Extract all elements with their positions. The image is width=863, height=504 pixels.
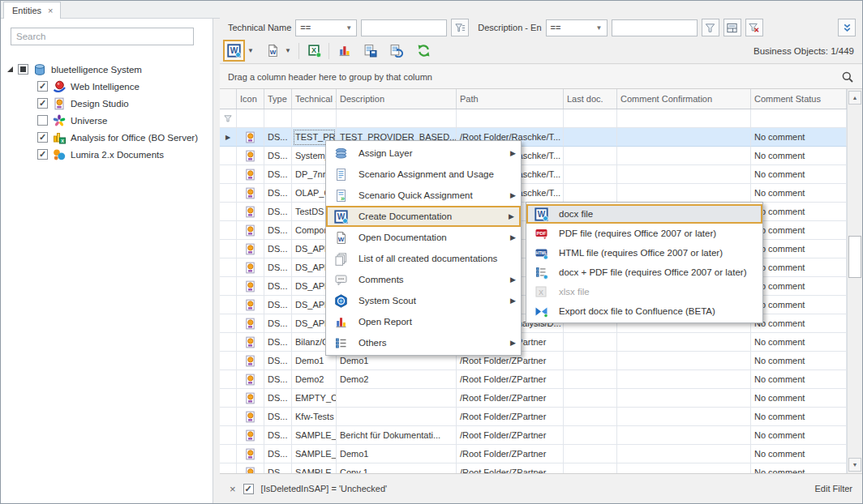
cell-last-doc[interactable]	[564, 147, 617, 165]
cell-type[interactable]: DS...	[264, 426, 292, 445]
design-studio-file-icon[interactable]	[237, 296, 264, 314]
tree-checkbox[interactable]: ✓	[37, 98, 48, 109]
cell-comment-status[interactable]: No comment	[751, 184, 847, 203]
scroll-down-icon[interactable]: ▼	[848, 458, 861, 472]
autofilter-cell[interactable]	[617, 109, 751, 128]
row-indicator-cell[interactable]	[220, 445, 237, 463]
cell-type[interactable]: DS...	[264, 184, 292, 203]
cell-last-doc[interactable]	[564, 184, 617, 203]
vertical-scrollbar[interactable]: ▲ ▼	[847, 89, 862, 473]
cell-path[interactable]: /Root Folder/ZPartner	[457, 370, 564, 389]
group-by-drop-zone[interactable]: Drag a column header here to group by th…	[220, 65, 862, 89]
cell-comment-status[interactable]: No comment	[751, 203, 847, 221]
design-studio-file-icon[interactable]	[237, 277, 264, 296]
row-indicator-cell[interactable]	[220, 258, 237, 277]
cell-last-doc[interactable]	[564, 352, 617, 370]
cell-comment-confirmation[interactable]	[617, 147, 751, 165]
search-input[interactable]	[11, 28, 194, 45]
cell-type[interactable]: DS...	[264, 240, 292, 258]
cell-comment-status[interactable]: No comment	[751, 426, 847, 445]
table-row[interactable]: DS...System_/Root Folder/Raschke/T...No …	[220, 147, 862, 165]
menu-item-open-report[interactable]: Open Report	[326, 311, 521, 332]
column-header-comment-status[interactable]: Comment Status	[751, 89, 847, 109]
design-studio-file-icon[interactable]	[237, 165, 264, 184]
autofilter-cell[interactable]	[264, 109, 292, 128]
description-operator-select[interactable]: ==▼	[546, 19, 608, 36]
row-indicator-cell[interactable]	[220, 370, 237, 389]
tree-checkbox[interactable]: ✓	[37, 132, 48, 143]
cell-comment-confirmation[interactable]	[617, 333, 751, 352]
design-studio-file-icon[interactable]	[237, 426, 264, 445]
tab-close-icon[interactable]: ×	[48, 6, 53, 15]
create-docx-button[interactable]: W	[223, 40, 245, 62]
table-row[interactable]: DS...SAMPLE_...Demo1/Root Folder/ZPartne…	[220, 445, 862, 463]
cell-technical-name[interactable]: SAMPLE...	[292, 463, 337, 473]
cell-type[interactable]: DS...	[264, 333, 292, 352]
column-header-path[interactable]: Path	[457, 89, 564, 109]
row-indicator-cell[interactable]	[220, 352, 237, 370]
description-filter-button[interactable]	[702, 19, 719, 36]
row-indicator-cell[interactable]	[220, 240, 237, 258]
autofilter-cell[interactable]	[751, 109, 847, 128]
cell-comment-confirmation[interactable]	[617, 426, 751, 445]
table-row[interactable]: DS...DP_7nn/Root Folder/Raschke/T...No c…	[220, 165, 862, 184]
cell-description[interactable]: Bericht für Dokumentati...	[337, 426, 457, 445]
cell-type[interactable]: DS...	[264, 203, 292, 221]
autofilter-cell[interactable]	[292, 109, 337, 128]
cell-type[interactable]: DS...	[264, 314, 292, 333]
cell-comment-confirmation[interactable]	[617, 389, 751, 408]
cell-comment-status[interactable]: No comment	[751, 258, 847, 277]
design-studio-file-icon[interactable]	[237, 352, 264, 370]
cell-type[interactable]: DS...	[264, 277, 292, 296]
column-header-type[interactable]: Type	[264, 89, 292, 109]
table-row[interactable]: DS...EMPTY_C.../Root Folder/ZPartnerNo c…	[220, 389, 862, 408]
column-header-comment-confirmation[interactable]: Comment Confirmation	[617, 89, 751, 109]
design-studio-file-icon[interactable]	[237, 128, 264, 147]
cell-description[interactable]	[337, 408, 457, 426]
refresh-button[interactable]	[414, 41, 433, 61]
row-indicator-cell[interactable]	[220, 277, 237, 296]
design-studio-file-icon[interactable]	[237, 147, 264, 165]
description-filter-input[interactable]	[612, 19, 698, 36]
cell-comment-status[interactable]: No comment	[751, 277, 847, 296]
cell-description[interactable]: Demo1	[337, 445, 457, 463]
cell-path[interactable]: /Root Folder/ZPartner	[457, 389, 564, 408]
submenu-item-docx-file[interactable]: Wdocx file	[526, 204, 762, 224]
cell-type[interactable]: DS...	[264, 352, 292, 370]
search-icon[interactable]	[841, 70, 854, 83]
row-indicator-cell[interactable]	[220, 314, 237, 333]
open-docx-button[interactable]: W	[263, 41, 282, 61]
tree-node[interactable]: Universe	[1, 112, 213, 129]
cell-path[interactable]: /Root Folder/ZPartner	[457, 445, 564, 463]
cell-last-doc[interactable]	[564, 463, 617, 473]
technical-name-operator-select[interactable]: ==▼	[295, 19, 357, 36]
design-studio-file-icon[interactable]	[237, 240, 264, 258]
cell-comment-confirmation[interactable]	[617, 128, 751, 147]
menu-item-list-of-all-created-documentations[interactable]: List of all created documentations	[326, 248, 521, 269]
menu-item-scenario-quick-assignment[interactable]: »Scenario Quick Assignment▶	[326, 185, 521, 206]
technical-name-filter-input[interactable]	[361, 19, 447, 36]
cell-path[interactable]: /Root Folder/ZPartner	[457, 426, 564, 445]
filter-active-checkbox[interactable]: ✓	[243, 484, 254, 494]
cell-last-doc[interactable]	[564, 389, 617, 408]
column-header-technical[interactable]: Technical ...	[292, 89, 337, 109]
table-row[interactable]: DS...SAMPLE...Copy 1/Root Folder/ZPartne…	[220, 463, 862, 473]
column-header-last-doc[interactable]: Last doc.	[564, 89, 617, 109]
design-studio-file-icon[interactable]	[237, 370, 264, 389]
tree-node[interactable]: ✓XAnalysis for Office (BO Server)	[1, 129, 213, 146]
edit-filter-link[interactable]: Edit Filter	[815, 484, 852, 493]
open-docx-dropdown[interactable]: ▼	[282, 41, 294, 61]
column-header-description[interactable]: Description	[337, 89, 457, 109]
report-button[interactable]	[334, 41, 354, 61]
cell-comment-confirmation[interactable]	[617, 352, 751, 370]
cell-comment-status[interactable]: No comment	[751, 389, 847, 408]
cell-last-doc[interactable]	[564, 408, 617, 426]
cell-last-doc[interactable]	[564, 333, 617, 352]
row-indicator-cell[interactable]	[220, 203, 237, 221]
collapse-filter-panel-button[interactable]	[838, 19, 856, 36]
design-studio-file-icon[interactable]	[237, 445, 264, 463]
create-docx-dropdown[interactable]: ▼	[245, 41, 256, 61]
scroll-up-icon[interactable]: ▲	[848, 91, 861, 105]
row-indicator-cell[interactable]	[220, 333, 237, 352]
expand-collapse-icon[interactable]	[7, 66, 13, 72]
